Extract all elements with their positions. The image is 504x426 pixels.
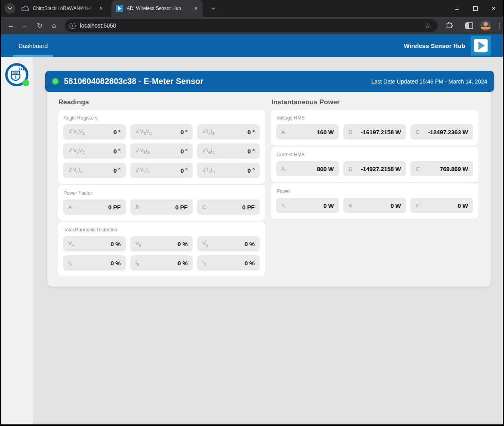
section-label: Current RMS (277, 152, 473, 157)
section-label: Total Harmonic Distortion (64, 227, 260, 233)
metric-pill: A800 W (276, 161, 339, 176)
metric-pill: B0 PF (130, 199, 193, 215)
reload-button[interactable]: ↻ (34, 20, 45, 31)
metric-label: A (68, 204, 72, 210)
metric-value: 769.869 W (440, 165, 468, 172)
app-name: Wireless Sensor Hub (404, 42, 465, 49)
url-text[interactable]: localhost:5050 (80, 22, 422, 29)
metric-value: 0 % (110, 241, 120, 247)
metrics-card: PowerA0 WB0 WC0 W (271, 183, 478, 219)
device-online-dot (22, 80, 29, 86)
section-label: Angle Registers (64, 115, 260, 121)
side-panel-button[interactable] (464, 20, 474, 31)
tab-search-button[interactable] (5, 3, 15, 14)
metric-pill: IA0 % (63, 255, 126, 271)
adi-play-icon (474, 39, 488, 52)
nav-tab-dashboard[interactable]: Dashboard (13, 34, 53, 57)
tab-chirpstack[interactable]: ChirpStack LoRaWAN® Networ × (17, 0, 108, 17)
browser-window: ChirpStack LoRaWAN® Networ × ADI Wireles… (1, 0, 503, 424)
metric-pill: C-12497.2363 W (410, 124, 473, 139)
metric-pill: ∠VAIA0 ° (63, 163, 126, 178)
metric-label: VC (202, 240, 208, 247)
metric-value: 0 ° (247, 148, 255, 155)
close-tab-icon[interactable]: × (192, 5, 199, 12)
extensions-button[interactable] (444, 20, 454, 31)
metric-label: C (416, 166, 419, 172)
chirpstack-cloud-icon (21, 6, 29, 11)
metric-pill: C769.869 W (410, 161, 473, 176)
metric-pill: IB0 % (130, 255, 193, 271)
metric-value: -12497.2363 W (428, 129, 468, 135)
browser-toolbar: ← → ↻ ⌂ i localhost:5050 ☆ ⋮ (1, 17, 503, 34)
metric-label: A (281, 166, 285, 172)
metric-value: 0 % (177, 260, 187, 267)
profile-avatar[interactable] (480, 20, 491, 31)
metric-label: ∠VAVC (68, 147, 85, 155)
last-updated-text: Last Date Updated 15:46 PM - March 14, 2… (371, 78, 487, 85)
metric-label: C (416, 203, 419, 209)
metric-value: 0 PF (175, 204, 187, 211)
column-title: Instantaneous Power (271, 98, 478, 106)
address-bar[interactable]: i localhost:5050 ☆ (65, 19, 438, 32)
metrics-card: Total Harmonic DistortionVA0 %VB0 %VC0 %… (58, 222, 265, 277)
tab-adi-wireless-sensor-hub[interactable]: ADI Wireless Sensor Hub × (112, 0, 203, 17)
metric-label: ∠IAIC (202, 167, 215, 174)
section-label: Voltage RMS (277, 115, 473, 121)
metric-value: 0 W (458, 202, 468, 209)
browser-menu-button[interactable]: ⋮ (494, 20, 504, 31)
metric-label: IC (202, 259, 206, 267)
maximize-button[interactable] (466, 0, 484, 17)
metric-pill: ∠IBIC0 ° (197, 143, 260, 159)
metric-value: 0 ° (247, 129, 255, 135)
metric-value: 0 ° (114, 167, 121, 174)
metric-pill: ∠IAIC0 ° (197, 163, 260, 178)
tab-strip: ChirpStack LoRaWAN® Networ × ADI Wireles… (1, 0, 503, 17)
metric-pill: VC0 % (197, 236, 260, 251)
metric-label: B (349, 129, 352, 135)
metric-pill: ∠VAVC0 ° (63, 143, 126, 159)
device-panel: Readings Angle Registers∠VAVB0 °∠VBVC0 °… (47, 92, 491, 287)
metrics-card: Current RMSA800 WB-14927.2158 WC769.869 … (271, 147, 478, 182)
close-tab-icon[interactable]: × (98, 5, 105, 12)
minimize-button[interactable]: – (448, 0, 466, 17)
page-body: 5810604082803c38 - E-Meter Sensor Last D… (1, 57, 503, 424)
metric-pill: ∠VCIC0 ° (130, 163, 193, 178)
home-button[interactable]: ⌂ (49, 20, 59, 31)
puzzle-icon (445, 21, 454, 30)
close-window-button[interactable]: × (484, 0, 503, 17)
back-button[interactable]: ← (6, 20, 16, 31)
metric-pill: IC0 % (197, 255, 260, 271)
metric-label: B (349, 166, 352, 172)
metric-value: 0 ° (180, 167, 187, 174)
metrics-card: Angle Registers∠VAVB0 °∠VBVC0 °∠IAIB0 °∠… (58, 110, 265, 184)
metric-value: 0 PF (242, 204, 255, 211)
metric-label: ∠VAVB (68, 128, 85, 135)
adi-logo[interactable] (471, 36, 491, 56)
metric-value: 0 W (323, 202, 334, 209)
metric-pill: ∠VBIB0 ° (130, 143, 193, 159)
metric-value: 160 W (317, 129, 334, 135)
metric-pill: C0 W (410, 198, 473, 213)
metric-value: 0 ° (180, 129, 187, 135)
dashboard-label: Dashboard (18, 42, 48, 49)
bookmark-star-icon[interactable]: ☆ (422, 20, 433, 31)
new-tab-button[interactable]: + (208, 4, 218, 13)
sidebar-device-button[interactable] (5, 63, 29, 87)
metrics-card: Power FactorA0 PFB0 PFC0 PF (58, 185, 265, 221)
metric-label: ∠IAIB (202, 128, 215, 135)
metric-label: ∠IBIC (202, 147, 215, 155)
metric-label: C (202, 204, 206, 210)
metric-pill: ∠VAVB0 ° (63, 124, 126, 139)
section-label: Power Factor (64, 190, 260, 196)
site-info-icon[interactable]: i (70, 23, 76, 29)
metric-label: ∠VCIC (135, 167, 150, 174)
metric-pill: C0 PF (197, 199, 260, 215)
metric-pill: VA0 % (63, 236, 126, 251)
metric-pill: B-16197.2158 W (343, 124, 406, 139)
metric-value: 0 PF (108, 204, 121, 211)
column-title: Readings (58, 98, 265, 106)
metric-label: VB (135, 240, 141, 247)
forward-button[interactable]: → (20, 20, 30, 31)
metric-label: A (281, 129, 285, 135)
status-online-dot (52, 78, 59, 85)
